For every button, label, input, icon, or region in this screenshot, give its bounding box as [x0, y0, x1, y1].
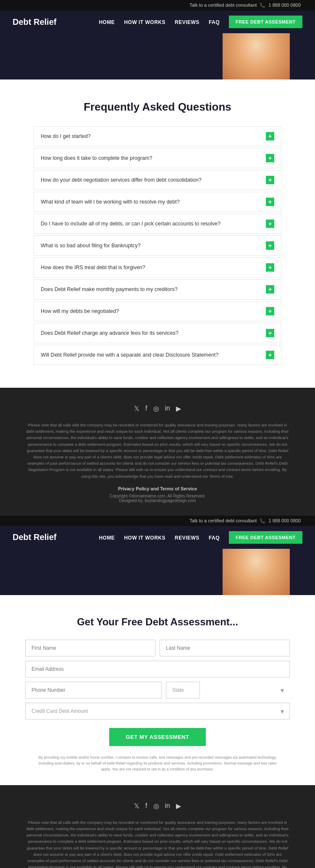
navbar: Debt Relief HOME HOW IT WORKS REVIEWS FA…: [0, 11, 315, 33]
faq-expand-icon-8: +: [266, 285, 274, 294]
instagram-icon-2[interactable]: ◎: [153, 802, 159, 810]
faq-item[interactable]: How do I get started? +: [34, 126, 281, 146]
section2-header: Talk to a certified debt consultant 📞 1 …: [0, 516, 315, 595]
footer-section-1: 𝕏 f ◎ in ▶ Please note that all calls wi…: [0, 388, 315, 516]
faq-question-7: How does the IRS treat debt that is forg…: [41, 265, 145, 270]
form-row-email: [25, 661, 290, 677]
faq-question-10: Does Debt Relief charge any advance fees…: [41, 330, 178, 336]
faq-expand-icon-10: +: [266, 329, 274, 337]
faq-expand-icon-4: +: [266, 198, 274, 206]
footer-disclaimer-1: Please note that all calls with the comp…: [25, 422, 290, 479]
faq-item[interactable]: Does Debt Relief make monthly payments t…: [34, 279, 281, 299]
faq-question-6: What is so bad about filing for Bankrupt…: [41, 243, 141, 249]
state-select[interactable]: State Alabama Alaska Arizona California …: [166, 682, 200, 699]
nav-reviews[interactable]: REVIEWS: [175, 19, 200, 25]
faq-question-2: How long does it take to complete the pr…: [41, 155, 152, 161]
nav-home-2[interactable]: HOME: [99, 535, 115, 541]
faq-question-4: What kind of team will I be working with…: [41, 199, 180, 205]
nav-faq-2[interactable]: FAQ: [209, 535, 220, 541]
assessment-disclaimer: By providing my mobile and/or home numbe…: [25, 754, 290, 773]
faq-item[interactable]: What kind of team will I be working with…: [34, 192, 281, 212]
youtube-icon[interactable]: ▶: [176, 405, 181, 413]
assessment-submit-button[interactable]: GET MY ASSESSMENT: [109, 728, 206, 746]
phone-input[interactable]: [25, 682, 162, 699]
nav-links-2: HOME HOW IT WORKS REVIEWS FAQ FREE DEBT …: [99, 531, 302, 544]
faq-question-11: Will Debt Relief provide me with a separ…: [41, 352, 218, 358]
last-name-input[interactable]: [160, 640, 290, 656]
nav-how-it-works-2[interactable]: HOW IT WORKS: [124, 535, 165, 541]
top-bar-2: Talk to a certified debt consultant 📞 1 …: [0, 516, 315, 526]
faq-item[interactable]: How will my debts be negotiated? +: [34, 301, 281, 321]
cta-button[interactable]: FREE DEBT ASSESMENT: [229, 16, 302, 28]
footer-designed-1: Designed by: buylandingpagedesign.com: [25, 498, 290, 503]
state-wrapper: State Alabama Alaska Arizona California …: [166, 682, 290, 699]
faq-question-8: Does Debt Relief make monthly payments t…: [41, 286, 178, 292]
social-icons: 𝕏 f ◎ in ▶: [25, 405, 290, 413]
debt-amount-wrapper: Credit Card Debt Amount Less than $10,00…: [25, 703, 290, 720]
faq-item[interactable]: Will Debt Relief provide me with a separ…: [34, 345, 281, 365]
form-row-name: [25, 640, 290, 656]
footer-disclaimer-2: Please note that all calls with the comp…: [25, 819, 290, 868]
nav-reviews-2[interactable]: REVIEWS: [175, 535, 200, 541]
topbar-text-2: Talk to a certified debt consultant: [189, 518, 257, 523]
hero-section-2: [0, 549, 315, 595]
faq-section: Frequently Asked Questions How do I get …: [0, 79, 315, 388]
phone-icon: 📞: [260, 3, 265, 8]
topbar-text: Talk to a certified debt consultant: [189, 3, 257, 8]
twitter-icon[interactable]: 𝕏: [134, 405, 139, 413]
phone-icon-2: 📞: [260, 518, 265, 523]
faq-question-3: How do your debt negotiation services di…: [41, 177, 202, 183]
faq-expand-icon-6: +: [266, 241, 274, 250]
faq-expand-icon-3: +: [266, 176, 274, 184]
navbar-2: Debt Relief HOME HOW IT WORKS REVIEWS FA…: [0, 526, 315, 549]
hero-section: [0, 33, 315, 79]
instagram-icon[interactable]: ◎: [153, 405, 159, 413]
topbar-phone-2: 1 888 000 0800: [269, 518, 301, 523]
faq-item[interactable]: Do I have to include all of my debts, or…: [34, 214, 281, 234]
faq-expand-icon-9: +: [266, 307, 274, 315]
faq-expand-icon-1: +: [266, 132, 274, 140]
social-icons-2: 𝕏 f ◎ in ▶: [25, 802, 290, 810]
debt-amount-select[interactable]: Credit Card Debt Amount Less than $10,00…: [25, 703, 290, 720]
assessment-title: Get Your Free Debt Assessment...: [25, 616, 290, 628]
linkedin-icon-2[interactable]: in: [165, 802, 170, 810]
nav-links: HOME HOW IT WORKS REVIEWS FAQ FREE DEBT …: [99, 16, 302, 28]
faq-item[interactable]: What is so bad about filing for Bankrupt…: [34, 236, 281, 256]
twitter-icon-2[interactable]: 𝕏: [134, 802, 139, 810]
form-row-phone-state: State Alabama Alaska Arizona California …: [25, 682, 290, 699]
faq-question-1: How do I get started?: [41, 133, 91, 139]
logo-2: Debt Relief: [13, 532, 56, 542]
nav-home[interactable]: HOME: [99, 19, 115, 25]
faq-question-9: How will my debts be negotiated?: [41, 308, 119, 314]
cta-button-2[interactable]: FREE DEBT ASSESMENT: [229, 531, 302, 544]
youtube-icon-2[interactable]: ▶: [176, 802, 181, 810]
assessment-section: Get Your Free Debt Assessment... State A…: [0, 595, 315, 785]
hero-image: [223, 33, 290, 79]
section1-header: Talk to a certified debt consultant 📞 1 …: [0, 0, 315, 79]
linkedin-icon[interactable]: in: [165, 405, 170, 413]
faq-item[interactable]: How does the IRS treat debt that is forg…: [34, 257, 281, 278]
topbar-phone: 1 888 000 0800: [269, 3, 301, 8]
facebook-icon[interactable]: f: [145, 405, 147, 413]
footer-privacy-link-1[interactable]: Privacy Policy and Terms of Service: [25, 486, 290, 491]
hero-image-2: [223, 549, 290, 595]
facebook-icon-2[interactable]: f: [145, 802, 147, 810]
faq-question-5: Do I have to include all of my debts, or…: [41, 221, 220, 227]
faq-item[interactable]: How long does it take to complete the pr…: [34, 148, 281, 168]
footer-section-2: 𝕏 f ◎ in ▶ Please note that all calls wi…: [0, 785, 315, 868]
faq-expand-icon-5: +: [266, 220, 274, 228]
email-input[interactable]: [25, 661, 290, 677]
faq-item[interactable]: Does Debt Relief charge any advance fees…: [34, 323, 281, 343]
logo: Debt Relief: [13, 17, 56, 27]
nav-faq[interactable]: FAQ: [209, 19, 220, 25]
nav-how-it-works[interactable]: HOW IT WORKS: [124, 19, 165, 25]
faq-item[interactable]: How do your debt negotiation services di…: [34, 170, 281, 190]
faq-expand-icon-2: +: [266, 154, 274, 162]
faq-expand-icon-11: +: [266, 351, 274, 359]
top-bar: Talk to a certified debt consultant 📞 1 …: [0, 0, 315, 11]
faq-expand-icon-7: +: [266, 263, 274, 272]
footer-copyright-1: Copyright ©domainname.com. All Rights Re…: [25, 494, 290, 498]
first-name-input[interactable]: [25, 640, 155, 656]
faq-title: Frequently Asked Questions: [34, 101, 281, 114]
